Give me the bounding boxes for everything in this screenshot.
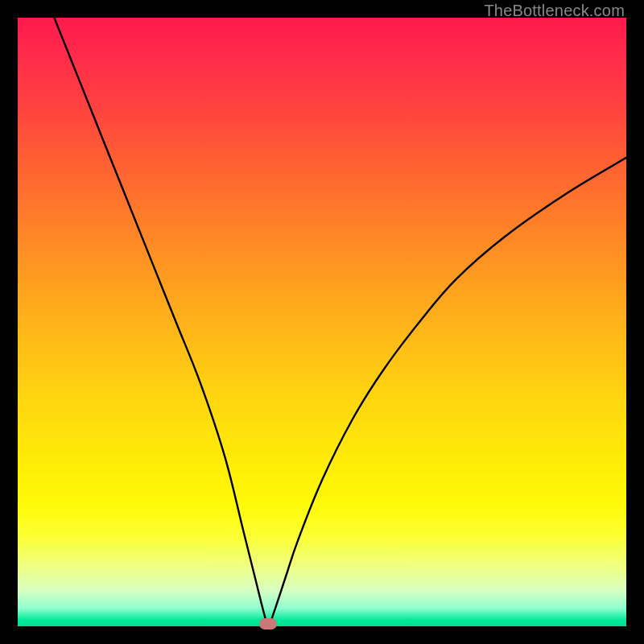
minimum-marker <box>259 618 277 630</box>
chart-container: TheBottleneck.com <box>0 0 644 644</box>
bottleneck-curve <box>18 18 626 626</box>
watermark-text: TheBottleneck.com <box>484 2 625 20</box>
plot-area <box>18 18 626 626</box>
